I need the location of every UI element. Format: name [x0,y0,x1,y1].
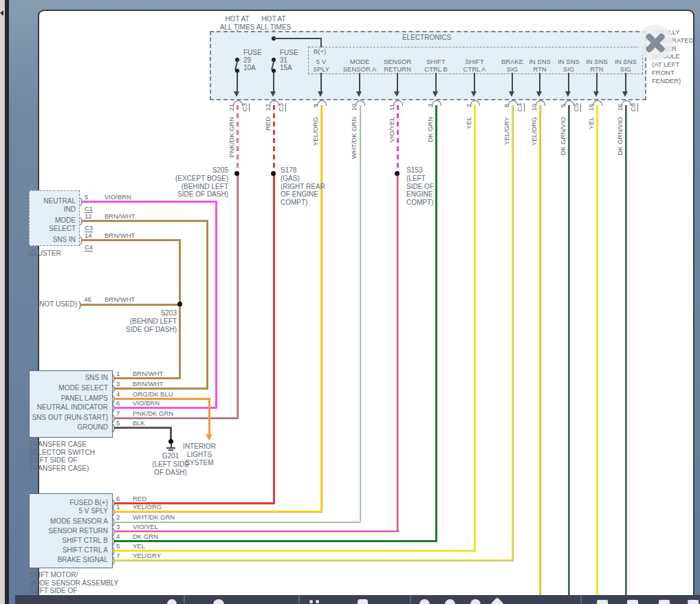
taskbar-icon[interactable] [470,599,481,604]
cluster-title: CLUSTER [29,249,61,258]
pin-label: 9 [311,104,319,107]
switch-wire-label: ORG/DK BLU [133,390,173,399]
cluster-wire-label: VIO/BRN [105,193,131,201]
pin-label: 11 [388,104,395,111]
switch-wire-label: BRN/WHT [133,370,163,378]
wire-brake-signal-row [114,559,514,561]
tipm-arrowhead [622,91,628,97]
taskbar-icon[interactable] [358,599,368,604]
wire-ground-row [114,427,172,429]
wire-sensor-return-row [114,530,399,533]
motor-wire-label: DK GRN [133,533,158,541]
tipm-arrowhead [593,91,599,97]
motor-wire-label: WHT/DK GRN [133,513,175,522]
cluster-conn: C3 [85,224,93,232]
cluster-pin: 12 [85,212,92,220]
window-edge [5,0,9,604]
tipm-arrow-stem [435,73,437,93]
wire-yel [474,105,476,552]
switch-row-label: GROUND [30,423,108,432]
tipm-fn-in-sns-sig-2: IN SNS SIG [606,58,645,73]
cluster-row-label: NEUTRAL IND [30,197,76,213]
splice-s153-id: S153 [406,166,422,175]
taskbar[interactable] [15,595,700,604]
splice-s205-note: (EXCEPT BOSE) (BEHIND LEFT SIDE OF DASH) [138,175,228,199]
tipm-arrow-stem [568,73,569,93]
switch-row-label: SNS IN [30,374,108,382]
motor-row-label: MODE SENSOR A [30,517,108,526]
wire-sns-out-row [114,417,239,419]
wire-shift-ctrl-b-row [114,540,437,542]
taskbar-icon[interactable] [213,599,224,604]
splice-s205-id: S205 [138,166,228,175]
splice-s178-id: S178 [281,166,296,175]
taskbar-icon[interactable] [490,597,504,604]
switch-wire-label: BLK [133,419,145,427]
wire-fused-b-row [114,502,275,504]
connector-label: C8 [629,103,638,111]
wire-panel-lamps-row [114,398,210,400]
tipm-arrow-stem [474,73,475,93]
taskbar-icon[interactable] [659,600,670,604]
close-icon[interactable] [637,25,673,60]
wire-brn-wht-row [83,220,208,222]
wire-shift-ctrl-a-row [114,550,476,552]
electronics-label: ELECTRONICS [210,34,644,42]
tipm-arrowhead [394,91,400,97]
splice-dot-s203 [177,302,182,306]
taskbar-icon[interactable] [309,600,313,603]
hot-at-all-times-label-2: HOT AT ALL TIMES [246,15,301,31]
pin-label: 8 [503,104,510,107]
taskbar-separator [580,595,582,604]
wire-color-label: YEL/ORG [311,117,319,146]
pin-label: 15 [587,104,595,111]
taskbar-icon[interactable] [419,599,430,604]
tipm-arrow-stem [625,73,626,93]
switch-pin: 1 [116,370,120,377]
interior-lights-arrowhead [206,434,212,440]
taskbar-separator [410,595,411,604]
tipm-arrow-stem [320,73,322,93]
taskbar-icon[interactable] [627,600,638,604]
wire-color-label: DK GRN/VIO [616,117,624,155]
wire-color-label: DK GRN/VIO [559,117,567,155]
ground-bar [168,449,173,451]
taskbar-icon[interactable] [597,600,608,604]
scroll-arrow-icon[interactable] [0,10,3,16]
wire-yel-2 [596,105,598,595]
motor-row-label: SENSOR RETURN [30,527,108,535]
switch-pin: 3 [116,380,120,388]
left-scrollbar[interactable] [0,0,5,604]
switch-pin: 7 [116,410,120,417]
taskbar-icon[interactable] [167,599,177,604]
wire-wht-dk-grn [359,105,361,523]
wire-yel-org-2 [539,105,541,595]
motor-wire-label: YEL/GRY [133,552,161,560]
taskbar-separator [298,595,300,604]
switch-wire-label: VIO/BRN [133,399,160,407]
tipm-arrow-stem [237,71,238,93]
tipm-arrowhead [509,91,514,97]
tipm-arrowhead [471,91,477,97]
switch-pin: 6 [116,399,120,407]
tipm-arrow-stem [596,73,598,93]
wiring-diagram-window: HOT AT ALL TIMES HOT AT ALL TIMES ELECTR… [0,0,700,604]
taskbar-icon[interactable] [688,600,699,604]
tipm-fn-mode-sensor-a: MODE SENSOR A [340,58,379,73]
cluster-wire-label: BRN/WHT [105,212,135,221]
motor-row-label: SHIFT CTRL A [30,546,108,555]
tipm-arrow-stem [273,71,274,93]
bplus-label: B(+) [314,47,326,56]
cluster-wire-label: BRN/WHT [105,232,135,240]
cluster-conn: C4 [85,243,93,251]
taskbar-icon[interactable] [316,600,319,603]
pin-label: 3 [426,104,434,107]
motor-pin: 4 [116,533,120,540]
taskbar-icon[interactable] [445,599,455,604]
wire-yel-org [320,105,322,513]
splice-s178-note: (GAS) (RIGHT REAR OF ENGINE COMPT) [281,175,325,206]
wire-brn-wht-vert [179,239,181,379]
splice-s203-note: (BEHIND LEFT SIDE OF DASH) [83,317,177,333]
motor-row-label: 5 V SPLY [30,507,108,515]
wire-red [273,173,275,504]
